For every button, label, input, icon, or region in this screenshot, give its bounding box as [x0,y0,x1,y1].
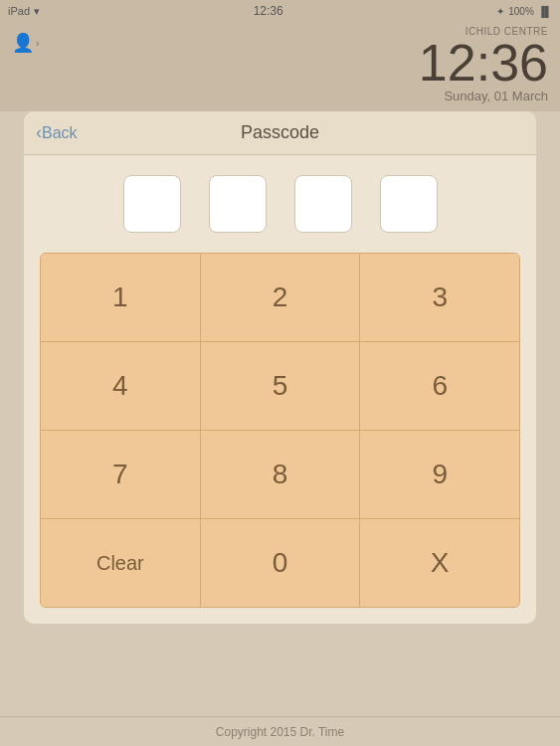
passcode-slot-2 [209,175,267,233]
header: 👤 › ICHILD CENTRE 12:36 Sunday, 01 March [0,22,560,111]
nav-bar: ‹ Back Passcode [24,111,536,155]
wifi-icon: ▾ [34,5,40,18]
battery-label: 100% [508,6,534,17]
key-7[interactable]: 7 [41,431,201,518]
bluetooth-icon: ✦ [496,6,504,17]
keypad: 1 2 3 4 5 6 7 8 9 Clear 0 X [40,253,520,608]
passcode-slot-4 [380,175,438,233]
keypad-row-1: 1 2 3 [41,254,519,342]
keypad-row-3: 7 8 9 [41,431,519,519]
key-9[interactable]: 9 [360,431,519,518]
key-5[interactable]: 5 [201,342,361,430]
user-icon: 👤 [12,32,34,54]
footer-copyright: Copyright 2015 Dr. Time [216,725,344,739]
device-label: iPad [8,5,30,17]
passcode-slots [24,155,536,253]
passcode-slot-3 [294,175,352,233]
back-button[interactable]: ‹ Back [36,122,78,143]
time-display: 12:36 [419,37,548,89]
key-4[interactable]: 4 [41,342,201,430]
key-clear[interactable]: Clear [41,519,201,607]
key-2[interactable]: 2 [201,254,361,341]
user-chevron: › [36,38,39,49]
key-8[interactable]: 8 [201,431,361,518]
keypad-row-4: Clear 0 X [41,519,519,607]
passcode-slot-1 [123,175,181,233]
main-card: ‹ Back Passcode 1 2 3 4 5 6 7 8 9 Clear … [24,111,536,624]
key-3[interactable]: 3 [360,254,519,341]
back-label: Back [42,124,78,142]
keypad-row-2: 4 5 6 [41,342,519,431]
nav-title: Passcode [241,122,319,143]
key-1[interactable]: 1 [41,254,201,341]
key-0[interactable]: 0 [201,519,361,607]
footer: Copyright 2015 Dr. Time [0,716,560,746]
battery-icon: ▐▌ [538,6,552,17]
status-time: 12:36 [254,4,283,18]
key-6[interactable]: 6 [360,342,519,430]
user-button[interactable]: 👤 › [12,26,39,54]
time-area: ICHILD CENTRE 12:36 Sunday, 01 March [419,26,548,103]
status-bar: iPad ▾ 12:36 ✦ 100% ▐▌ [0,0,560,22]
key-delete[interactable]: X [360,519,519,607]
